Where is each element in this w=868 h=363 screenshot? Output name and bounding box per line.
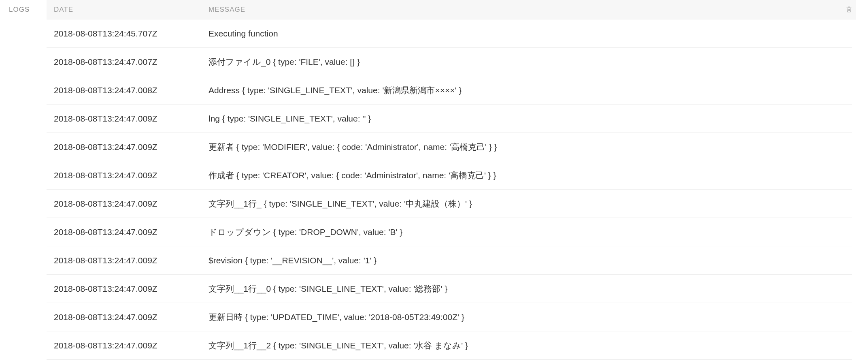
log-message: lng { type: 'SINGLE_LINE_TEXT', value: '… [208,114,852,124]
logs-rows: 2018-08-08T13:24:45.707ZExecuting functi… [47,19,856,360]
log-message: Address { type: 'SINGLE_LINE_TEXT', valu… [208,85,852,96]
log-message: 作成者 { type: 'CREATOR', value: { code: 'A… [208,170,852,181]
log-row[interactable]: 2018-08-08T13:24:47.007Z添付ファイル_0 { type:… [47,48,852,76]
log-message: 文字列__1行__0 { type: 'SINGLE_LINE_TEXT', v… [208,283,852,295]
logs-header: DATE MESSAGE [47,0,856,19]
log-row[interactable]: 2018-08-08T13:24:47.009Zドロップダウン { type: … [47,218,852,246]
log-row[interactable]: 2018-08-08T13:24:47.009Zlng { type: 'SIN… [47,105,852,133]
log-message: 文字列__1行__2 { type: 'SINGLE_LINE_TEXT', v… [208,340,852,351]
log-row[interactable]: 2018-08-08T13:24:47.009Z作成者 { type: 'CRE… [47,161,852,190]
logs-label: LOGS [0,6,47,14]
log-message: 更新者 { type: 'MODIFIER', value: { code: '… [208,141,852,153]
column-header-message: MESSAGE [208,6,840,14]
log-date: 2018-08-08T13:24:47.009Z [47,227,208,237]
log-row[interactable]: 2018-08-08T13:24:47.009Z$revision { type… [47,246,852,275]
column-header-date: DATE [47,6,208,14]
log-date: 2018-08-08T13:24:45.707Z [47,29,208,38]
log-date: 2018-08-08T13:24:47.009Z [47,284,208,294]
log-date: 2018-08-08T13:24:47.009Z [47,312,208,322]
log-message: Executing function [208,29,852,38]
log-row[interactable]: 2018-08-08T13:24:47.009Z文字列__1行_ { type:… [47,190,852,218]
log-row[interactable]: 2018-08-08T13:24:47.009Z更新者 { type: 'MOD… [47,133,852,161]
log-message: 更新日時 { type: 'UPDATED_TIME', value: '201… [208,312,852,323]
logs-panel: DATE MESSAGE 2018-08-08T13:24:45.707ZExe… [47,0,868,360]
log-date: 2018-08-08T13:24:47.009Z [47,142,208,152]
log-date: 2018-08-08T13:24:47.007Z [47,57,208,67]
log-message: 文字列__1行_ { type: 'SINGLE_LINE_TEXT', val… [208,198,852,209]
trash-icon[interactable] [845,6,853,14]
log-row[interactable]: 2018-08-08T13:24:45.707ZExecuting functi… [47,19,852,48]
log-row[interactable]: 2018-08-08T13:24:47.009Z文字列__1行__2 { typ… [47,331,852,360]
log-row[interactable]: 2018-08-08T13:24:47.008ZAddress { type: … [47,76,852,105]
log-message: ドロップダウン { type: 'DROP_DOWN', value: 'B' … [208,226,852,238]
sidebar: LOGS [0,0,47,360]
log-message: 添付ファイル_0 { type: 'FILE', value: [] } [208,56,852,68]
log-date: 2018-08-08T13:24:47.009Z [47,256,208,265]
log-message: $revision { type: '__REVISION__', value:… [208,256,852,265]
log-date: 2018-08-08T13:24:47.009Z [47,199,208,209]
log-date: 2018-08-08T13:24:47.009Z [47,341,208,350]
log-date: 2018-08-08T13:24:47.009Z [47,171,208,180]
log-row[interactable]: 2018-08-08T13:24:47.009Z更新日時 { type: 'UP… [47,303,852,331]
log-date: 2018-08-08T13:24:47.008Z [47,85,208,95]
log-row[interactable]: 2018-08-08T13:24:47.009Z文字列__1行__0 { typ… [47,275,852,303]
log-date: 2018-08-08T13:24:47.009Z [47,114,208,124]
